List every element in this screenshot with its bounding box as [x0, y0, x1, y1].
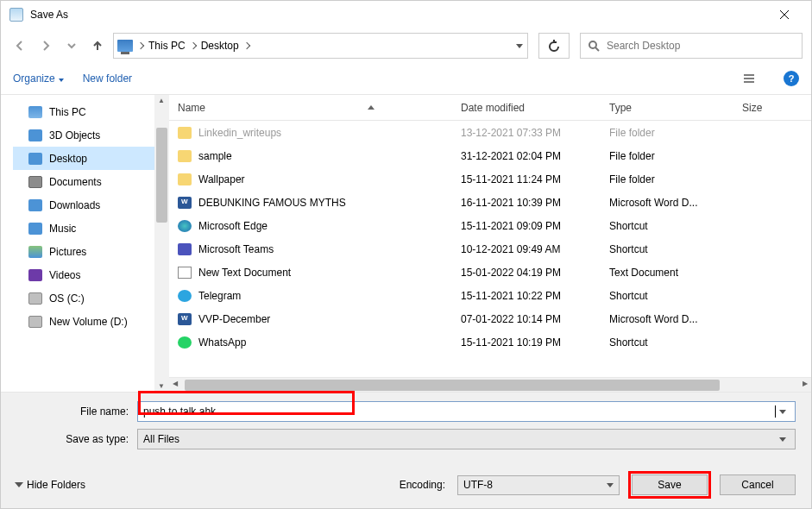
scrollbar-thumb[interactable]	[156, 128, 167, 223]
file-pane: Name Date modified Type Size Linkedin_wr…	[169, 95, 811, 392]
toolbar: Organize New folder ?	[1, 63, 811, 94]
file-type: Shortcut	[601, 243, 733, 255]
encoding-label: Encoding:	[400, 479, 445, 491]
ic-desktop-icon	[28, 153, 42, 165]
search-placeholder: Search Desktop	[607, 40, 680, 52]
horizontal-scrollbar[interactable]	[169, 377, 811, 392]
ic-disk-icon	[28, 316, 42, 328]
saveastype-label: Save as type:	[16, 433, 129, 445]
file-row[interactable]: DEBUNKING FAMOUS MYTHS16-11-2021 10:39 P…	[169, 191, 811, 214]
tree-item-label: Music	[49, 223, 76, 235]
file-modified: 31-12-2021 02:04 PM	[452, 150, 601, 162]
file-row[interactable]: Telegram15-11-2021 10:22 PMShortcut	[169, 284, 811, 307]
new-folder-button[interactable]: New folder	[83, 72, 132, 85]
ic-disk-icon	[28, 292, 42, 305]
search-input[interactable]: Search Desktop	[580, 33, 803, 59]
file-name: Telegram	[198, 290, 241, 302]
chevron-down-icon	[59, 72, 64, 85]
save-button[interactable]: Save	[632, 474, 708, 495]
col-modified[interactable]: Date modified	[452, 102, 601, 114]
tree-item-downloads[interactable]: Downloads	[13, 193, 169, 217]
tree-item-label: This PC	[49, 106, 86, 118]
tree-item-os-c-[interactable]: OS (C:)	[13, 286, 169, 310]
tree-item-label: OS (C:)	[49, 292, 85, 305]
close-button[interactable]	[765, 2, 804, 28]
scrollbar-thumb[interactable]	[185, 380, 720, 391]
file-name: WhatsApp	[198, 336, 246, 349]
file-type: Text Document	[601, 267, 733, 279]
tree-item-pictures[interactable]: Pictures	[13, 240, 169, 263]
tree-item-label: Documents	[49, 176, 102, 188]
tree-item-music[interactable]: Music	[13, 217, 169, 240]
view-options-button[interactable]	[735, 68, 765, 89]
tree-item-this-pc[interactable]: This PC	[13, 100, 169, 123]
tree-scrollbar[interactable]	[154, 95, 169, 392]
help-button[interactable]: ?	[784, 71, 799, 86]
back-button[interactable]	[9, 35, 30, 56]
body: This PC3D ObjectsDesktopDocumentsDownloa…	[1, 94, 811, 392]
tree-item-label: 3D Objects	[49, 129, 100, 141]
ic-doc-icon	[28, 176, 42, 188]
window-title: Save As	[30, 9, 765, 21]
tree-item-videos[interactable]: Videos	[13, 263, 169, 286]
file-row[interactable]: Wallpaper15-11-2021 11:24 PMFile folder	[169, 167, 811, 191]
file-modified: 07-01-2022 10:14 PM	[452, 313, 601, 325]
save-highlight: Save	[632, 474, 708, 495]
ic-music-icon	[28, 223, 42, 235]
ic-edge-icon	[178, 220, 192, 232]
file-row[interactable]: New Text Document15-01-2022 04:19 PMText…	[169, 261, 811, 284]
file-row[interactable]: sample31-12-2021 02:04 PMFile folder	[169, 144, 811, 167]
saveastype-select[interactable]: All Files	[137, 429, 796, 449]
file-modified: 15-11-2021 10:19 PM	[452, 336, 601, 349]
tree-item-label: New Volume (D:)	[49, 316, 128, 328]
tree-item-label: Downloads	[49, 199, 100, 211]
cancel-button[interactable]: Cancel	[720, 474, 796, 495]
file-modified: 16-11-2021 10:39 PM	[452, 197, 601, 209]
col-type[interactable]: Type	[601, 102, 733, 114]
filename-dropdown[interactable]	[776, 410, 790, 414]
titlebar: Save As	[1, 1, 811, 28]
tree-item-3d-objects[interactable]: 3D Objects	[13, 123, 169, 147]
file-modified: 15-11-2021 09:09 PM	[452, 220, 601, 232]
file-modified: 10-12-2021 09:49 AM	[452, 243, 601, 255]
organize-menu[interactable]: Organize	[13, 72, 64, 85]
file-name: Microsoft Edge	[198, 220, 268, 232]
tree-item-desktop[interactable]: Desktop	[13, 147, 169, 170]
ic-folder-icon	[178, 150, 192, 162]
ic-3d-icon	[28, 129, 42, 141]
up-button[interactable]	[87, 35, 108, 56]
file-row[interactable]: VVP-December07-01-2022 10:14 PMMicrosoft…	[169, 307, 811, 330]
breadcrumb-desktop[interactable]: Desktop	[201, 40, 249, 52]
breadcrumb-thispc[interactable]: This PC	[148, 40, 196, 52]
refresh-button[interactable]	[538, 33, 570, 59]
folder-tree: This PC3D ObjectsDesktopDocumentsDownloa…	[1, 95, 169, 392]
file-type: File folder	[601, 150, 733, 162]
file-name: Linkedin_writeups	[198, 127, 281, 139]
pc-icon	[117, 40, 133, 52]
filename-input[interactable]: push to talk.ahk	[137, 401, 796, 422]
forward-button[interactable]	[35, 35, 56, 56]
ic-vid-icon	[28, 269, 42, 281]
tree-item-label: Pictures	[49, 246, 86, 258]
recent-dropdown[interactable]	[61, 35, 82, 56]
address-dropdown[interactable]	[515, 41, 524, 50]
file-row[interactable]: Linkedin_writeups13-12-2021 07:33 PMFile…	[169, 121, 811, 144]
app-icon	[9, 8, 23, 22]
file-type: Shortcut	[601, 220, 733, 232]
tree-item-documents[interactable]: Documents	[13, 170, 169, 193]
hide-folders-toggle[interactable]: Hide Folders	[16, 479, 85, 491]
file-type: Microsoft Word D...	[601, 313, 733, 325]
col-size[interactable]: Size	[733, 102, 811, 114]
file-name: New Text Document	[198, 267, 291, 279]
address-bar[interactable]: This PC Desktop	[113, 33, 528, 59]
file-row[interactable]: Microsoft Teams10-12-2021 09:49 AMShortc…	[169, 237, 811, 261]
file-row[interactable]: WhatsApp15-11-2021 10:19 PMShortcut	[169, 330, 811, 354]
tree-item-new-volume-d-[interactable]: New Volume (D:)	[13, 310, 169, 333]
file-row[interactable]: Microsoft Edge15-11-2021 09:09 PMShortcu…	[169, 214, 811, 237]
file-name: VVP-December	[198, 313, 270, 325]
column-headers: Name Date modified Type Size	[169, 95, 811, 121]
col-name[interactable]: Name	[169, 102, 452, 114]
tree-item-label: Videos	[49, 269, 80, 281]
encoding-select[interactable]: UTF-8	[457, 475, 620, 495]
file-type: File folder	[601, 173, 733, 185]
